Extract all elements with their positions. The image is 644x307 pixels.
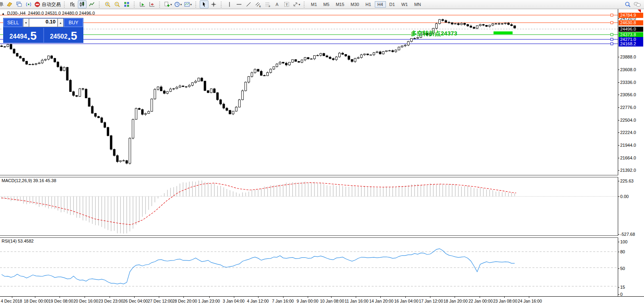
price-level-badge[interactable]: 24168.2: [619, 41, 643, 47]
timeframe-button-m1[interactable]: M1: [308, 1, 320, 8]
price-axis-label: 23336.0: [620, 80, 636, 85]
sell-button[interactable]: SELL: [4, 18, 23, 27]
fibonacci-icon: F: [264, 1, 271, 8]
price-axis-label: 21944.0: [620, 143, 636, 148]
crosshair-button[interactable]: [209, 0, 218, 8]
price-axis-label: 225.63: [620, 179, 634, 183]
autotrading-label: 自动交易: [42, 1, 61, 8]
time-axis-label: 18 Dec 00:00: [24, 299, 48, 303]
toolbar-grip: [221, 2, 223, 8]
tile-windows-button[interactable]: [122, 0, 131, 8]
new-order-button[interactable]: [5, 0, 14, 8]
autotrading-button[interactable]: 自动交易: [34, 0, 61, 8]
text-icon: A: [274, 1, 280, 8]
charts-button[interactable]: [15, 0, 23, 8]
chart-highlight-bar[interactable]: [494, 31, 513, 34]
timeframe-button-m30[interactable]: M30: [348, 1, 362, 8]
line-chart-icon: [89, 1, 95, 8]
price-axis-label: 50: [620, 266, 625, 271]
price-axis-label: 80: [620, 249, 625, 254]
one-click-trading-panel: SELL ▼ 0.10 ▲ BUY 24494 .5 24502 .5: [3, 18, 83, 43]
line-chart-button[interactable]: [87, 0, 96, 8]
timeframe-button-m15[interactable]: M15: [333, 1, 347, 8]
text-label-tool-button[interactable]: T: [282, 0, 291, 8]
time-axis-label: 28 Dec 20:00: [172, 299, 197, 303]
cursor-button[interactable]: [200, 0, 208, 8]
time-axis-label: 4 Jan 12:00: [247, 299, 269, 303]
timeframe-button-m5[interactable]: M5: [320, 1, 332, 8]
signals-button[interactable]: [24, 0, 33, 8]
periods-button[interactable]: ▾: [174, 0, 183, 8]
time-axis-tick: [85, 296, 85, 298]
price-level-badge[interactable]: 24784.9: [619, 13, 643, 18]
text-label-icon: T: [283, 1, 290, 8]
chat-button[interactable]: [633, 0, 642, 8]
price-axis-border: [618, 9, 618, 296]
price-axis-label: 22776.0: [620, 105, 636, 110]
axis-tick-mark: [618, 287, 619, 288]
chart-annotation-text[interactable]: 多空转折点24373: [411, 30, 457, 37]
price-axis-label: -527.68: [620, 232, 635, 237]
clock-icon: [174, 1, 180, 8]
timeframe-button-mn[interactable]: MN: [411, 1, 424, 8]
arrows-icon: [292, 1, 299, 8]
buy-button[interactable]: BUY: [64, 18, 83, 27]
arrows-tool-button[interactable]: ▾: [292, 0, 301, 8]
text-tool-button[interactable]: A: [273, 0, 282, 8]
time-axis-tick: [405, 296, 406, 298]
collapse-panel-arrow[interactable]: ▲: [2, 12, 5, 16]
chart-shift-button[interactable]: [148, 0, 156, 8]
svg-text:T: T: [286, 3, 288, 7]
volume-increase-button[interactable]: ▲: [58, 18, 64, 27]
bar-chart-button[interactable]: [68, 0, 77, 8]
panel-splitter[interactable]: [0, 235, 618, 238]
candlestick-chart-button[interactable]: [78, 0, 87, 8]
bid-price-button[interactable]: 24494 .5: [4, 28, 42, 43]
templates-button[interactable]: ▾: [183, 0, 193, 8]
time-axis-tick: [455, 296, 455, 298]
volume-decrease-button[interactable]: ▼: [23, 18, 29, 27]
search-button[interactable]: [623, 0, 632, 8]
ask-price-button[interactable]: 24502 .5: [43, 28, 83, 43]
time-axis-tick: [430, 296, 430, 298]
vertical-line-tool-button[interactable]: [225, 0, 234, 8]
price-level-badge[interactable]: 24496.0: [619, 27, 643, 32]
axis-tick-mark: [618, 18, 619, 19]
zoom-out-icon: [114, 1, 120, 8]
trendline-icon: [245, 1, 252, 8]
axis-tick-mark: [618, 242, 619, 242]
time-axis-tick: [209, 296, 210, 298]
toolbar-grip: [99, 2, 101, 8]
axis-tick-mark: [618, 158, 619, 158]
new-order-label[interactable]: 单: [0, 1, 5, 8]
symbol-name: DJ30-,H4: [7, 11, 25, 16]
time-axis-tick: [35, 296, 35, 298]
timeframe-button-d1[interactable]: D1: [387, 1, 398, 8]
fibonacci-button[interactable]: F: [263, 0, 272, 8]
time-axis-label: 11 Jan 16:00: [345, 299, 368, 303]
time-axis-label: 17 Jan 12:00: [419, 299, 443, 303]
timeframe-button-h4[interactable]: H4: [375, 1, 386, 8]
axis-tick-mark: [618, 234, 619, 235]
axis-tick-mark: [618, 196, 619, 197]
zoom-in-button[interactable]: [103, 0, 112, 8]
zoom-out-button[interactable]: [113, 0, 121, 8]
toolbar-grip: [134, 2, 136, 8]
panel-splitter[interactable]: [0, 175, 618, 177]
dropdown-caret-icon: ▾: [190, 3, 192, 6]
axis-tick-mark: [618, 120, 619, 120]
trendline-tool-button[interactable]: [244, 0, 253, 8]
timeframe-button-h1[interactable]: H1: [362, 1, 374, 8]
volume-input[interactable]: 0.10: [29, 18, 58, 27]
axis-tick-mark: [618, 294, 619, 295]
auto-scroll-button[interactable]: [138, 0, 147, 8]
time-axis-label: 20 Dec 16:00: [73, 299, 98, 303]
indicators-button[interactable]: ▾: [164, 0, 173, 8]
horizontal-line-tool-button[interactable]: [235, 0, 243, 8]
timeframe-button-w1[interactable]: W1: [399, 1, 411, 8]
autotrading-icon: [34, 1, 40, 8]
price-level-badge[interactable]: 24630.8: [619, 20, 643, 25]
crosshair-icon: [210, 1, 217, 8]
equidistant-channel-button[interactable]: E: [254, 0, 262, 8]
time-axis-label: 1 Jan 23:00: [198, 299, 220, 303]
